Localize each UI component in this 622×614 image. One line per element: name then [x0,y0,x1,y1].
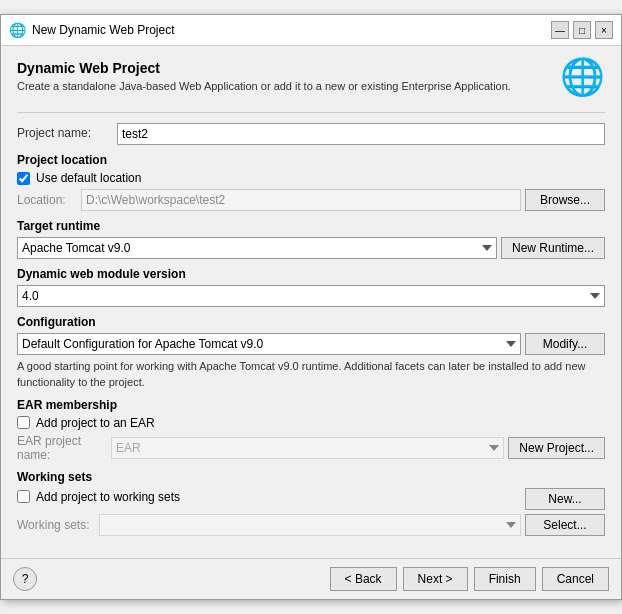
working-sets-label: Working sets [17,470,605,484]
use-default-location-label: Use default location [36,171,141,185]
working-sets-field-row: Working sets: Select... [17,514,605,536]
use-default-location-checkbox[interactable] [17,172,30,185]
configuration-section: Configuration Default Configuration for … [17,315,605,390]
add-to-ear-row: Add project to an EAR [17,416,605,430]
minimize-button[interactable]: — [551,21,569,39]
configuration-select[interactable]: Default Configuration for Apache Tomcat … [17,333,521,355]
working-sets-section: Working sets Add project to working sets… [17,470,605,536]
add-to-ear-label: Add project to an EAR [36,416,155,430]
target-runtime-section: Target runtime Apache Tomcat v9.0 New Ru… [17,219,605,259]
project-name-row: Project name: [17,123,605,145]
help-button[interactable]: ? [13,567,37,591]
ear-membership-label: EAR membership [17,398,605,412]
ear-membership-section: EAR membership Add project to an EAR EAR… [17,398,605,462]
add-to-working-sets-row: Add project to working sets New... [17,488,605,510]
window-title: New Dynamic Web Project [32,23,175,37]
project-name-section: Project name: [17,123,605,145]
cancel-button[interactable]: Cancel [542,567,609,591]
location-row: Location: Browse... [17,189,605,211]
select-button[interactable]: Select... [525,514,605,536]
add-to-working-sets-checkbox[interactable] [17,490,30,503]
header-title: Dynamic Web Project [17,60,511,76]
ear-project-row: EAR project name: EAR New Project... [17,434,605,462]
title-bar: 🌐 New Dynamic Web Project — □ × [1,15,621,46]
project-name-input[interactable] [117,123,605,145]
target-runtime-select[interactable]: Apache Tomcat v9.0 [17,237,497,259]
header-section: Dynamic Web Project Create a standalone … [17,60,605,98]
header-description: Create a standalone Java-based Web Appli… [17,80,511,92]
add-to-working-sets-label: Add project to working sets [36,490,180,504]
use-default-location-row: Use default location [17,171,605,185]
header-text: Dynamic Web Project Create a standalone … [17,60,511,92]
working-sets-select [99,514,521,536]
project-location-label: Project location [17,153,605,167]
modify-button[interactable]: Modify... [525,333,605,355]
footer: ? < Back Next > Finish Cancel [1,558,621,599]
working-sets-field-label: Working sets: [17,518,95,532]
add-to-ear-checkbox[interactable] [17,416,30,429]
title-bar-controls: — □ × [551,21,613,39]
target-runtime-label: Target runtime [17,219,605,233]
configuration-label: Configuration [17,315,605,329]
new-project-button[interactable]: New Project... [508,437,605,459]
footer-buttons: < Back Next > Finish Cancel [330,567,609,591]
next-button[interactable]: Next > [403,567,468,591]
location-label: Location: [17,193,77,207]
dynamic-web-module-section: Dynamic web module version 4.0 [17,267,605,307]
target-runtime-row: Apache Tomcat v9.0 New Runtime... [17,237,605,259]
ear-project-name-label: EAR project name: [17,434,107,462]
configuration-row: Default Configuration for Apache Tomcat … [17,333,605,355]
header-divider [17,112,605,113]
location-input [81,189,521,211]
browse-button[interactable]: Browse... [525,189,605,211]
ear-project-select: EAR [111,437,504,459]
config-info-text: A good starting point for working with A… [17,359,605,390]
header-icon: 🌐 [560,56,605,98]
working-sets-checkbox-area: Add project to working sets [17,490,521,508]
new-runtime-button[interactable]: New Runtime... [501,237,605,259]
new-working-set-button[interactable]: New... [525,488,605,510]
maximize-button[interactable]: □ [573,21,591,39]
dynamic-web-module-select[interactable]: 4.0 [17,285,605,307]
back-button[interactable]: < Back [330,567,397,591]
project-location-section: Project location Use default location Lo… [17,153,605,211]
content-area: Dynamic Web Project Create a standalone … [1,46,621,558]
window-icon: 🌐 [9,22,26,38]
add-to-working-sets-checkbox-row: Add project to working sets [17,490,521,504]
project-name-label: Project name: [17,126,117,140]
finish-button[interactable]: Finish [474,567,536,591]
dynamic-web-module-label: Dynamic web module version [17,267,605,281]
main-window: 🌐 New Dynamic Web Project — □ × Dynamic … [0,14,622,600]
close-button[interactable]: × [595,21,613,39]
title-bar-left: 🌐 New Dynamic Web Project [9,22,175,38]
